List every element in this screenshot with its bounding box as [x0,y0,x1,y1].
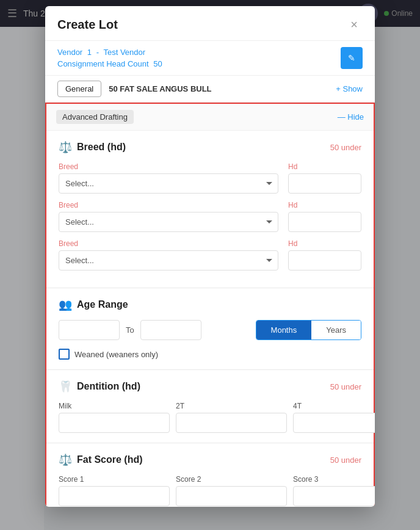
dent-4t-label: 4T [293,402,375,410]
breed-select-2[interactable]: Select... [59,212,278,232]
dent-milk: Milk [59,402,170,433]
breed-label-2: Breed [59,201,278,209]
fat-score-section-title: ⚖️ Fat Score (hd) 50 under [59,453,361,466]
fat-score-3-input[interactable] [293,486,375,506]
breed-row-2: Breed Select... Hd [59,201,361,232]
modal-header: Create Lot × [45,6,375,41]
breed-under-badge: 50 under [330,143,361,152]
hd-input-1[interactable] [288,173,361,194]
dent-4t-input[interactable] [293,413,375,433]
fat-score-3-field: Score 3 [293,475,375,506]
weaned-checkbox[interactable] [59,349,70,360]
modal-body: Advanced Drafting — Hide ⚖️ Breed (hd) 5… [45,103,375,507]
modal-close-button[interactable]: × [346,16,363,33]
hd-label-2: Hd [288,201,361,209]
dent-2t: 2T [176,402,287,433]
consignment-label: Consignment Head Count [57,59,149,68]
vendor-line: Vendor 1 - Test Vendor [57,48,162,57]
dent-milk-input[interactable] [59,413,170,433]
breed-section-title: ⚖️ Breed (hd) 50 under [59,140,361,154]
modal-title: Create Lot [57,18,118,32]
dent-milk-label: Milk [59,402,170,410]
fat-score-2-field: Score 2 [176,475,287,506]
consignment-count: 50 [153,59,162,68]
hd-field-1: Hd [288,162,361,194]
dentition-under-badge: 50 under [330,382,361,391]
vendor-details: Vendor 1 - Test Vendor Consignment Head … [57,48,162,68]
dentition-icon: 🦷 [59,380,72,393]
edit-button[interactable]: ✎ [341,47,363,69]
age-title-text: Age Range [77,299,128,310]
dentition-grid: Milk 2T 4T 6T [59,402,361,433]
breed-row-3: Breed Select... Hd [59,239,361,270]
fat-score-3-label: Score 3 [293,475,375,484]
fat-score-grid: Score 1 Score 2 Score 3 Score 4 [59,475,361,506]
fat-score-title-text: Fat Score (hd) [77,454,143,465]
age-from-input[interactable] [59,320,120,340]
age-range-row: To Months Years [59,320,361,340]
sale-name: 50 FAT SALE ANGUS BULL [109,84,328,93]
age-title-left: 👥 Age Range [59,298,128,311]
advanced-drafting-section: Advanced Drafting — Hide ⚖️ Breed (hd) 5… [45,103,375,507]
age-unit-toggle: Months Years [256,320,361,340]
weaned-label: Weaned (weaners only) [74,350,158,359]
advanced-drafting-label: Advanced Drafting [56,110,134,124]
hide-button[interactable]: — Hide [338,112,364,122]
months-button[interactable]: Months [256,321,312,339]
tabs-row: General 50 FAT SALE ANGUS BULL + Show [45,76,375,103]
fat-score-title-left: ⚖️ Fat Score (hd) [59,453,143,466]
age-range-section: 👥 Age Range To Months Years [46,288,374,370]
show-label: + Show [336,84,363,93]
dentition-section: 🦷 Dentition (hd) 50 under Milk 2T [46,370,374,443]
hd-field-3: Hd [288,239,361,270]
weaned-row: Weaned (weaners only) [59,349,361,360]
dentition-section-title: 🦷 Dentition (hd) 50 under [59,380,361,393]
breed-field-1: Breed Select... [59,162,278,194]
fat-score-1-input[interactable] [59,486,170,506]
hd-label-1: Hd [288,162,361,171]
modal-overlay: Create Lot × Vendor 1 - Test Vendor Cons… [0,0,420,530]
vendor-id: 1 [87,48,92,57]
breed-section: ⚖️ Breed (hd) 50 under Breed Select... [46,131,374,288]
fat-score-2-input[interactable] [176,486,287,506]
vendor-info-row: Vendor 1 - Test Vendor Consignment Head … [45,41,375,76]
edit-icon: ✎ [348,53,355,63]
vendor-label: Vendor [57,48,82,57]
hd-input-2[interactable] [288,212,361,232]
breed-title-text: Breed (hd) [77,142,126,153]
breed-select-3[interactable]: Select... [59,250,278,270]
age-to-input[interactable] [140,320,201,340]
show-button[interactable]: + Show [336,84,363,93]
tab-general[interactable]: General [57,81,101,97]
fat-score-1-label: Score 1 [59,475,170,484]
breed-icon: ⚖️ [59,140,72,154]
advanced-drafting-header: Advanced Drafting — Hide [46,104,374,131]
dent-2t-input[interactable] [176,413,287,433]
fat-score-1-field: Score 1 [59,475,170,506]
dent-2t-label: 2T [176,402,287,410]
breed-title-left: ⚖️ Breed (hd) [59,140,126,154]
breed-field-2: Breed Select... [59,201,278,232]
hd-label-3: Hd [288,239,361,248]
fat-score-section: ⚖️ Fat Score (hd) 50 under Score 1 Score… [46,443,374,507]
age-icon: 👥 [59,298,72,311]
years-button[interactable]: Years [311,321,361,339]
dentition-title-text: Dentition (hd) [77,381,140,392]
consignment-line: Consignment Head Count 50 [57,59,162,68]
breed-label-3: Breed [59,239,278,248]
fat-score-2-label: Score 2 [176,475,287,484]
dentition-title-left: 🦷 Dentition (hd) [59,380,140,393]
hd-input-3[interactable] [288,250,361,270]
breed-label-1: Breed [59,162,278,171]
vendor-name: Test Vendor [103,48,145,57]
create-lot-modal: Create Lot × Vendor 1 - Test Vendor Cons… [45,6,375,507]
fat-score-under-badge: 50 under [330,456,361,465]
age-section-title: 👥 Age Range [59,298,361,311]
breed-field-3: Breed Select... [59,239,278,270]
breed-select-1[interactable]: Select... [59,173,278,194]
age-to-label: To [126,325,134,335]
hd-field-2: Hd [288,201,361,232]
breed-row-1: Breed Select... Hd [59,162,361,194]
hide-label: — Hide [338,112,364,122]
dent-4t: 4T [293,402,375,433]
